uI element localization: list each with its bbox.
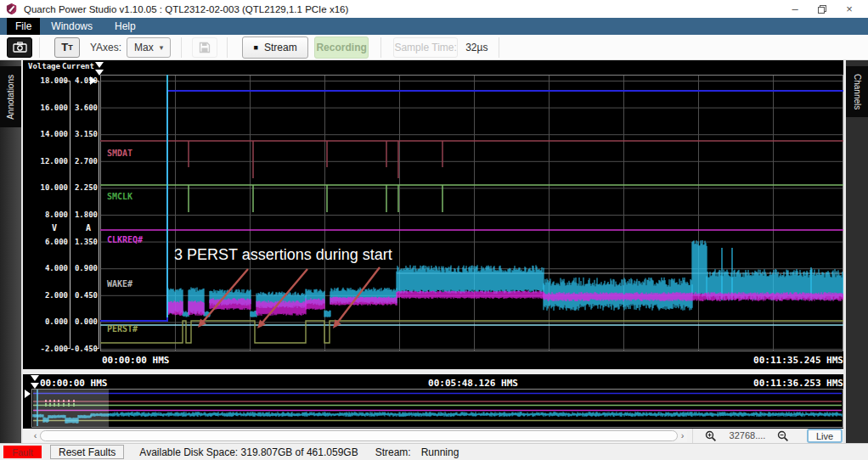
live-button[interactable]: Live xyxy=(807,429,843,443)
sample-count-display: 32768.... xyxy=(725,430,769,440)
channels-tab-label: Channels xyxy=(853,74,862,109)
overview-marker-icon[interactable] xyxy=(31,383,39,389)
restore-button[interactable] xyxy=(809,1,836,17)
scroll-zoom-row: ‹ › 32768.... xyxy=(23,429,843,443)
scrollbar-thumb[interactable] xyxy=(40,430,678,441)
scroll-left-icon[interactable]: ‹ xyxy=(31,429,40,442)
title-bar: Quarch Power Studio v1.10.05 : QTL2312-0… xyxy=(0,0,868,18)
yaxes-value: Max xyxy=(134,42,154,53)
voltage-tick: 12.000 xyxy=(25,157,68,165)
zoom-out-button[interactable] xyxy=(771,429,795,443)
chart-area: Voltage Current 18.0004.05016.0003.60014… xyxy=(23,60,843,443)
waveform-current-magenta xyxy=(168,300,183,316)
overview-selection xyxy=(33,390,109,427)
menu-file[interactable]: File xyxy=(7,18,40,35)
voltage-tick: 0.000 xyxy=(25,317,68,326)
waveform-current-magenta xyxy=(330,296,397,306)
overview-mid-time: 00:05:48.126 HMS xyxy=(388,379,558,388)
voltage-tick: 18.000 xyxy=(25,76,68,85)
channel-label-smclk: SMCLK xyxy=(107,192,132,201)
axis-tick-stub xyxy=(94,348,99,349)
waveform-current-cyan xyxy=(324,311,330,317)
yaxes-dropdown[interactable]: Max ▾ xyxy=(127,37,171,58)
toolbar-separator xyxy=(380,37,381,58)
voltage-tick: 6.000 xyxy=(25,238,68,246)
waveform-current-magenta xyxy=(397,290,544,299)
waveform-current-cyan xyxy=(183,311,189,317)
main-plot[interactable]: SMDATSMCLKCLKREQ#WAKE#PERST#3 PERST asse… xyxy=(100,75,843,351)
reset-faults-button[interactable]: Reset Faults xyxy=(50,445,124,459)
chevron-down-icon: ▾ xyxy=(160,43,164,52)
window-controls: – × xyxy=(781,1,863,17)
waveform-current-magenta xyxy=(189,300,204,316)
channels-tab[interactable]: Channels xyxy=(846,66,868,117)
cursor-marker-icon[interactable] xyxy=(95,62,104,68)
trigger-label: T xyxy=(61,41,68,53)
zoom-in-button[interactable] xyxy=(698,429,724,443)
sample-time-field[interactable]: Sample Time: xyxy=(393,37,458,58)
axis-tick-stub xyxy=(65,348,70,349)
zoom-out-icon xyxy=(777,430,789,442)
fault-badge: Fault xyxy=(3,446,42,458)
waveform-perst xyxy=(100,321,843,343)
voltage-axis-line xyxy=(70,81,70,349)
overview-border xyxy=(32,390,843,428)
current-tick: 3.600 xyxy=(69,104,98,112)
sample-time-value: 32µs xyxy=(465,42,488,53)
stream-status-value: Running xyxy=(421,446,459,458)
pane-separator xyxy=(23,369,843,374)
minimize-button[interactable]: – xyxy=(781,1,809,17)
toolbar-separator xyxy=(39,37,40,58)
toolbar-separator xyxy=(499,37,499,58)
close-button[interactable]: × xyxy=(836,1,863,17)
current-tick: 1.800 xyxy=(69,210,98,219)
stream-status-label: Stream: xyxy=(375,446,411,458)
workspace: Annotations Voltage Current 18.0004.0501… xyxy=(0,60,868,443)
current-tick: 0.450 xyxy=(69,291,98,300)
toolbar-separator xyxy=(227,37,228,58)
current-tick: 3.150 xyxy=(69,130,98,138)
zoom-in-icon xyxy=(705,430,717,442)
axis-tick-stub xyxy=(65,81,70,81)
current-tick: 1.350 xyxy=(69,238,98,246)
channel-label-perst: PERST# xyxy=(107,324,138,334)
trigger-button[interactable]: TT xyxy=(54,37,80,58)
voltage-tick: -2.000 xyxy=(25,345,68,353)
level-marker-icon[interactable] xyxy=(90,76,96,85)
trigger-label-small: T xyxy=(68,43,73,52)
waveform-current-cyan xyxy=(251,311,256,317)
current-tick: 0.900 xyxy=(69,264,98,272)
disk-space-text: Available Disk Space: 319.807GB of 461.0… xyxy=(139,446,358,458)
overview-marker-icon[interactable] xyxy=(31,375,39,381)
menu-bar: File Windows Help xyxy=(0,18,868,35)
right-sidebar: Channels xyxy=(846,60,868,443)
current-unit: A xyxy=(69,224,91,233)
overview-start-time: 00:00:00 HMS xyxy=(40,379,107,388)
camera-icon xyxy=(13,42,27,53)
voltage-tick: 16.000 xyxy=(25,104,68,112)
recording-indicator[interactable]: Recording xyxy=(314,36,369,59)
channel-label-wake: WAKE# xyxy=(107,279,132,289)
save-button[interactable] xyxy=(192,37,217,58)
menu-windows[interactable]: Windows xyxy=(40,18,104,35)
app-window: Quarch Power Studio v1.10.05 : QTL2312-0… xyxy=(0,0,868,460)
menu-help[interactable]: Help xyxy=(104,18,147,35)
voltage-tick: 14.000 xyxy=(25,130,68,138)
toolbar: TT YAxes: Max ▾ ■ Stream Recording Sampl… xyxy=(0,35,868,60)
scroll-right-icon[interactable]: › xyxy=(678,429,687,442)
channel-label-clkreq: CLKREQ# xyxy=(107,235,143,244)
channel-label-smdat: SMDAT xyxy=(107,149,132,158)
toolbar-separator xyxy=(181,37,182,58)
axis-header-voltage: Voltage xyxy=(28,62,60,70)
voltage-unit: V xyxy=(25,224,57,233)
current-axis-line xyxy=(99,81,99,349)
overview-level-marker-icon[interactable] xyxy=(25,390,31,398)
controls-separator xyxy=(692,429,693,443)
voltage-tick: 8.000 xyxy=(25,210,68,219)
overview-plot[interactable] xyxy=(31,389,843,428)
screenshot-button[interactable] xyxy=(7,37,32,58)
main-start-time: 00:00:00 HMS xyxy=(102,356,169,365)
stream-button[interactable]: ■ Stream xyxy=(242,36,308,59)
annotations-tab[interactable]: Annotations xyxy=(0,66,21,127)
horizontal-scrollbar[interactable]: ‹ › xyxy=(31,429,687,442)
